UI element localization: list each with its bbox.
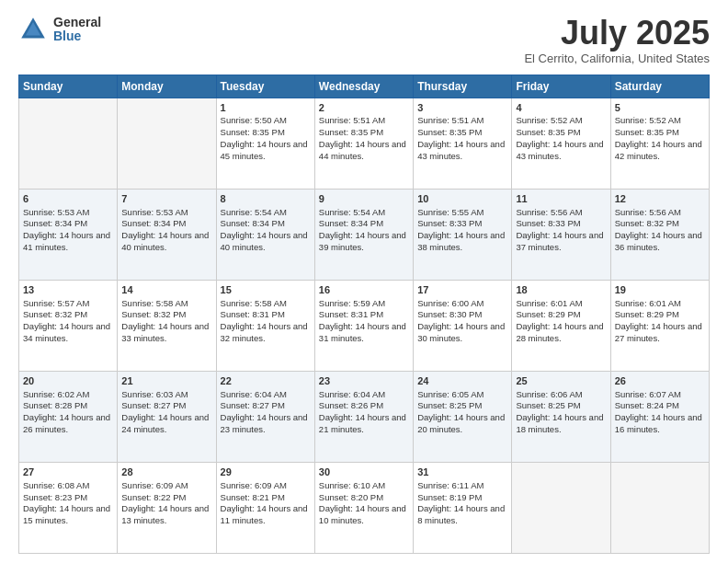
- col-header-thursday: Thursday: [414, 75, 512, 98]
- col-header-saturday: Saturday: [610, 75, 709, 98]
- sunrise-text: Sunrise: 5:50 AM: [221, 115, 287, 125]
- calendar-cell: 23Sunrise: 6:04 AMSunset: 8:26 PMDayligh…: [314, 371, 413, 462]
- calendar-cell: [512, 462, 610, 553]
- day-number: 25: [516, 374, 606, 388]
- daylight-text: Daylight: 14 hours and 8 minutes.: [417, 503, 505, 525]
- day-number: 23: [319, 374, 409, 388]
- calendar-cell: 9Sunrise: 5:54 AMSunset: 8:34 PMDaylight…: [314, 189, 413, 280]
- day-number: 28: [121, 465, 211, 479]
- calendar-cell: 15Sunrise: 5:58 AMSunset: 8:31 PMDayligh…: [216, 280, 314, 371]
- sunset-text: Sunset: 8:19 PM: [417, 492, 482, 502]
- sunset-text: Sunset: 8:32 PM: [615, 218, 679, 228]
- calendar-cell: 25Sunrise: 6:06 AMSunset: 8:25 PMDayligh…: [512, 371, 610, 462]
- calendar-cell: 7Sunrise: 5:53 AMSunset: 8:34 PMDaylight…: [118, 189, 216, 280]
- sunset-text: Sunset: 8:21 PM: [221, 492, 285, 502]
- sunrise-text: Sunrise: 6:04 AM: [221, 389, 287, 399]
- sunset-text: Sunset: 8:29 PM: [516, 309, 580, 319]
- daylight-text: Daylight: 14 hours and 31 minutes.: [319, 321, 406, 343]
- day-number: 15: [221, 283, 311, 297]
- calendar-title: July 2025: [524, 15, 710, 52]
- daylight-text: Daylight: 14 hours and 11 minutes.: [221, 503, 308, 525]
- sunset-text: Sunset: 8:35 PM: [319, 127, 383, 137]
- day-number: 27: [23, 465, 113, 479]
- day-number: 6: [23, 192, 113, 206]
- daylight-text: Daylight: 14 hours and 18 minutes.: [516, 412, 603, 434]
- logo: General Blue: [18, 15, 101, 44]
- sunset-text: Sunset: 8:30 PM: [417, 309, 482, 319]
- sunrise-text: Sunrise: 6:11 AM: [417, 480, 483, 490]
- day-number: 12: [615, 192, 705, 206]
- sunset-text: Sunset: 8:32 PM: [121, 309, 186, 319]
- title-block: July 2025 El Cerrito, California, United…: [524, 15, 710, 65]
- sunset-text: Sunset: 8:31 PM: [221, 309, 285, 319]
- sunset-text: Sunset: 8:34 PM: [23, 218, 87, 228]
- sunset-text: Sunset: 8:20 PM: [319, 492, 383, 502]
- daylight-text: Daylight: 14 hours and 40 minutes.: [221, 230, 308, 252]
- daylight-text: Daylight: 14 hours and 26 minutes.: [23, 412, 110, 434]
- daylight-text: Daylight: 14 hours and 42 minutes.: [615, 139, 702, 161]
- sunset-text: Sunset: 8:35 PM: [516, 127, 580, 137]
- calendar-cell: [118, 98, 216, 189]
- page: General Blue July 2025 El Cerrito, Calif…: [0, 0, 728, 563]
- sunrise-text: Sunrise: 5:58 AM: [121, 298, 188, 308]
- daylight-text: Daylight: 14 hours and 24 minutes.: [121, 412, 209, 434]
- calendar-cell: 2Sunrise: 5:51 AMSunset: 8:35 PMDaylight…: [314, 98, 413, 189]
- calendar-cell: 11Sunrise: 5:56 AMSunset: 8:33 PMDayligh…: [512, 189, 610, 280]
- daylight-text: Daylight: 14 hours and 30 minutes.: [417, 321, 505, 343]
- calendar-cell: 21Sunrise: 6:03 AMSunset: 8:27 PMDayligh…: [118, 371, 216, 462]
- sunrise-text: Sunrise: 6:03 AM: [121, 389, 188, 399]
- day-number: 5: [615, 101, 705, 115]
- daylight-text: Daylight: 14 hours and 37 minutes.: [516, 230, 603, 252]
- sunset-text: Sunset: 8:24 PM: [615, 400, 679, 410]
- calendar-cell: 18Sunrise: 6:01 AMSunset: 8:29 PMDayligh…: [512, 280, 610, 371]
- calendar-cell: 20Sunrise: 6:02 AMSunset: 8:28 PMDayligh…: [19, 371, 118, 462]
- sunrise-text: Sunrise: 6:04 AM: [319, 389, 385, 399]
- sunrise-text: Sunrise: 6:01 AM: [516, 298, 582, 308]
- day-number: 8: [221, 192, 311, 206]
- sunset-text: Sunset: 8:28 PM: [23, 400, 87, 410]
- calendar-cell: 1Sunrise: 5:50 AMSunset: 8:35 PMDaylight…: [216, 98, 314, 189]
- day-number: 10: [417, 192, 507, 206]
- daylight-text: Daylight: 14 hours and 44 minutes.: [319, 139, 406, 161]
- day-number: 22: [221, 374, 311, 388]
- sunrise-text: Sunrise: 5:51 AM: [319, 115, 385, 125]
- sunset-text: Sunset: 8:25 PM: [516, 400, 580, 410]
- sunrise-text: Sunrise: 5:57 AM: [23, 298, 89, 308]
- daylight-text: Daylight: 14 hours and 16 minutes.: [615, 412, 702, 434]
- daylight-text: Daylight: 14 hours and 23 minutes.: [221, 412, 308, 434]
- daylight-text: Daylight: 14 hours and 40 minutes.: [121, 230, 209, 252]
- sunrise-text: Sunrise: 6:09 AM: [221, 480, 287, 490]
- day-number: 4: [516, 101, 606, 115]
- day-number: 17: [417, 283, 507, 297]
- sunrise-text: Sunrise: 6:10 AM: [319, 480, 385, 490]
- sunset-text: Sunset: 8:22 PM: [121, 492, 186, 502]
- calendar-location: El Cerrito, California, United States: [524, 52, 710, 65]
- sunrise-text: Sunrise: 5:55 AM: [417, 207, 483, 217]
- col-header-friday: Friday: [512, 75, 610, 98]
- sunrise-text: Sunrise: 5:52 AM: [516, 115, 582, 125]
- day-number: 20: [23, 374, 113, 388]
- calendar-cell: 8Sunrise: 5:54 AMSunset: 8:34 PMDaylight…: [216, 189, 314, 280]
- sunrise-text: Sunrise: 6:00 AM: [417, 298, 483, 308]
- calendar-cell: 14Sunrise: 5:58 AMSunset: 8:32 PMDayligh…: [118, 280, 216, 371]
- calendar-cell: 24Sunrise: 6:05 AMSunset: 8:25 PMDayligh…: [414, 371, 512, 462]
- calendar-cell: 17Sunrise: 6:00 AMSunset: 8:30 PMDayligh…: [414, 280, 512, 371]
- calendar-week-4: 20Sunrise: 6:02 AMSunset: 8:28 PMDayligh…: [19, 371, 710, 462]
- calendar-cell: 6Sunrise: 5:53 AMSunset: 8:34 PMDaylight…: [19, 189, 118, 280]
- col-header-sunday: Sunday: [19, 75, 118, 98]
- day-number: 24: [417, 374, 507, 388]
- daylight-text: Daylight: 14 hours and 34 minutes.: [23, 321, 110, 343]
- calendar-week-3: 13Sunrise: 5:57 AMSunset: 8:32 PMDayligh…: [19, 280, 710, 371]
- sunset-text: Sunset: 8:32 PM: [23, 309, 87, 319]
- sunset-text: Sunset: 8:34 PM: [121, 218, 186, 228]
- day-number: 19: [615, 283, 705, 297]
- daylight-text: Daylight: 14 hours and 27 minutes.: [615, 321, 702, 343]
- calendar-cell: [19, 98, 118, 189]
- calendar-cell: 28Sunrise: 6:09 AMSunset: 8:22 PMDayligh…: [118, 462, 216, 553]
- calendar-cell: 29Sunrise: 6:09 AMSunset: 8:21 PMDayligh…: [216, 462, 314, 553]
- calendar-cell: 3Sunrise: 5:51 AMSunset: 8:35 PMDaylight…: [414, 98, 512, 189]
- calendar-week-1: 1Sunrise: 5:50 AMSunset: 8:35 PMDaylight…: [19, 98, 710, 189]
- sunrise-text: Sunrise: 6:06 AM: [516, 389, 582, 399]
- daylight-text: Daylight: 14 hours and 33 minutes.: [121, 321, 209, 343]
- daylight-text: Daylight: 14 hours and 38 minutes.: [417, 230, 505, 252]
